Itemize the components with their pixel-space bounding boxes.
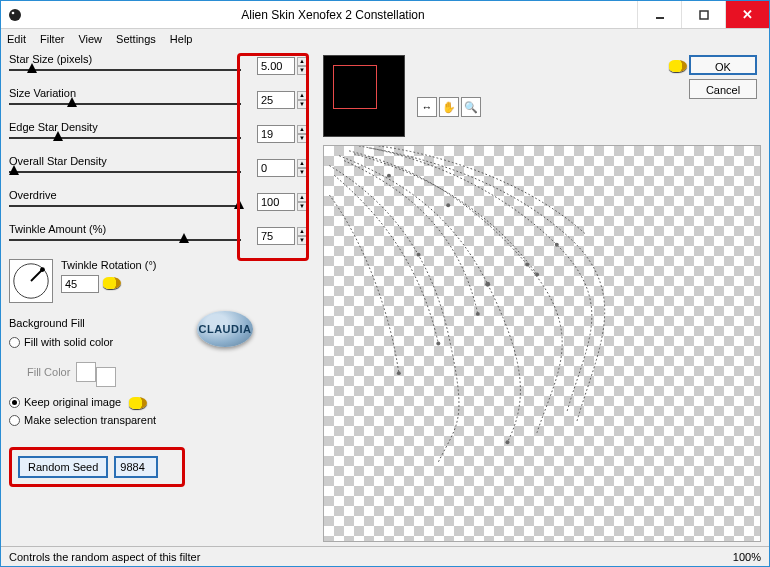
slider-overall-density[interactable]: Overall Star Density ▲▼ bbox=[9, 155, 309, 189]
slider-twinkle-amount[interactable]: Twinkle Amount (%) ▲▼ bbox=[9, 223, 309, 257]
status-bar: Controls the random aspect of this filte… bbox=[1, 546, 769, 566]
pointing-hand-icon bbox=[669, 60, 687, 72]
magnifier-icon: 🔍 bbox=[464, 101, 478, 114]
navigator-selection[interactable] bbox=[333, 65, 377, 109]
spinner[interactable]: ▲▼ bbox=[297, 57, 307, 75]
slider-thumb[interactable] bbox=[27, 63, 37, 73]
settings-panel: Star Size (pixels) ▲▼ Size Variation ▲▼ … bbox=[1, 49, 317, 546]
preview-panel: ↔ ✋ 🔍 OK Cancel bbox=[317, 49, 769, 546]
status-help-text: Controls the random aspect of this filte… bbox=[9, 551, 200, 563]
svg-point-14 bbox=[476, 312, 480, 316]
svg-point-0 bbox=[9, 9, 21, 21]
svg-point-1 bbox=[12, 11, 15, 14]
svg-point-10 bbox=[525, 263, 529, 267]
background-fill-group: Background Fill Fill with solid color Fi… bbox=[9, 317, 309, 429]
preview-canvas[interactable] bbox=[323, 145, 761, 542]
svg-point-12 bbox=[555, 243, 559, 247]
edge-density-input[interactable] bbox=[257, 125, 295, 143]
svg-rect-3 bbox=[700, 11, 708, 19]
twinkle-rotation-label: Twinkle Rotation (°) bbox=[61, 259, 157, 271]
status-zoom: 100% bbox=[733, 551, 761, 563]
menu-bar: Edit Filter View Settings Help bbox=[1, 29, 769, 49]
svg-line-5 bbox=[31, 270, 42, 281]
menu-view[interactable]: View bbox=[78, 33, 102, 45]
slider-label: Twinkle Amount (%) bbox=[9, 223, 106, 235]
size-variation-input[interactable] bbox=[257, 91, 295, 109]
twinkle-rotation-input[interactable] bbox=[61, 275, 99, 293]
radio-fill-solid[interactable]: Fill with solid color bbox=[9, 333, 309, 351]
app-icon bbox=[1, 1, 29, 28]
slider-edge-density[interactable]: Edge Star Density ▲▼ bbox=[9, 121, 309, 155]
radio-keep-original[interactable]: Keep original image bbox=[9, 393, 309, 411]
pointing-hand-icon bbox=[129, 397, 147, 409]
ok-button[interactable]: OK bbox=[689, 55, 757, 75]
fill-color-swatch-front[interactable] bbox=[76, 362, 96, 382]
close-button[interactable]: ✕ bbox=[725, 1, 769, 28]
overall-density-input[interactable] bbox=[257, 159, 295, 177]
svg-point-15 bbox=[535, 272, 539, 276]
menu-filter[interactable]: Filter bbox=[40, 33, 64, 45]
slider-label: Size Variation bbox=[9, 87, 76, 99]
svg-point-9 bbox=[485, 282, 490, 287]
minimize-button[interactable] bbox=[637, 1, 681, 28]
overdrive-input[interactable] bbox=[257, 193, 295, 211]
random-seed-input[interactable] bbox=[114, 456, 158, 478]
svg-point-8 bbox=[446, 203, 450, 207]
random-seed-button[interactable]: Random Seed bbox=[18, 456, 108, 478]
title-bar: Alien Skin Xenofex 2 Constellation ✕ bbox=[1, 1, 769, 29]
menu-settings[interactable]: Settings bbox=[116, 33, 156, 45]
watermark-logo: CLAUDIA bbox=[197, 311, 253, 347]
twinkle-rotation-dial[interactable] bbox=[9, 259, 53, 303]
constellation-preview bbox=[324, 146, 760, 541]
hand-icon: ✋ bbox=[442, 101, 456, 114]
cancel-button[interactable]: Cancel bbox=[689, 79, 757, 99]
slider-track[interactable] bbox=[9, 69, 241, 71]
pointing-hand-icon bbox=[103, 277, 121, 289]
move-icon: ↔ bbox=[422, 101, 433, 113]
background-fill-header: Background Fill bbox=[9, 317, 309, 329]
svg-point-7 bbox=[387, 174, 391, 178]
slider-star-size[interactable]: Star Size (pixels) ▲▼ bbox=[9, 53, 309, 87]
twinkle-amount-input[interactable] bbox=[257, 227, 295, 245]
svg-point-17 bbox=[436, 342, 440, 346]
radio-icon bbox=[9, 397, 20, 408]
radio-make-transparent[interactable]: Make selection transparent bbox=[9, 411, 309, 429]
svg-point-16 bbox=[505, 440, 509, 444]
hand-tool-button[interactable]: ✋ bbox=[439, 97, 459, 117]
fill-color-swatch-back[interactable] bbox=[96, 367, 116, 387]
slider-label: Star Size (pixels) bbox=[9, 53, 92, 65]
close-icon: ✕ bbox=[742, 7, 753, 22]
slider-label: Overall Star Density bbox=[9, 155, 107, 167]
slider-size-variation[interactable]: Size Variation ▲▼ bbox=[9, 87, 309, 121]
maximize-button[interactable] bbox=[681, 1, 725, 28]
svg-point-13 bbox=[397, 371, 401, 375]
radio-icon bbox=[9, 337, 20, 348]
radio-icon bbox=[9, 415, 20, 426]
menu-help[interactable]: Help bbox=[170, 33, 193, 45]
move-tool-button[interactable]: ↔ bbox=[417, 97, 437, 117]
svg-point-6 bbox=[40, 267, 45, 272]
zoom-tool-button[interactable]: 🔍 bbox=[461, 97, 481, 117]
slider-label: Overdrive bbox=[9, 189, 57, 201]
fill-color-row: Fill Color bbox=[27, 357, 309, 387]
random-seed-group: Random Seed bbox=[9, 447, 185, 487]
window-title: Alien Skin Xenofex 2 Constellation bbox=[29, 1, 637, 28]
menu-edit[interactable]: Edit bbox=[7, 33, 26, 45]
svg-point-11 bbox=[417, 253, 421, 257]
star-size-input[interactable] bbox=[257, 57, 295, 75]
preview-navigator[interactable] bbox=[323, 55, 405, 137]
slider-overdrive[interactable]: Overdrive ▲▼ bbox=[9, 189, 309, 223]
